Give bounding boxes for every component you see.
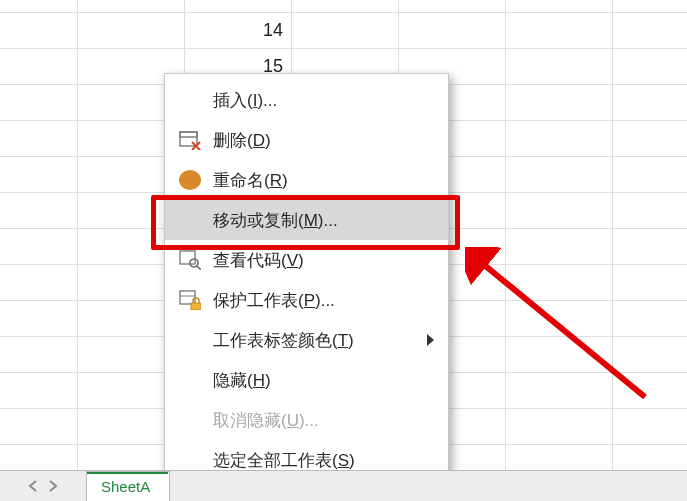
menu-label: 保护工作表(P)... (213, 289, 335, 312)
protect-sheet-icon (179, 290, 201, 310)
svg-rect-9 (191, 303, 201, 310)
menu-label: 重命名(R) (213, 169, 288, 192)
svg-line-6 (197, 266, 201, 270)
menu-label: 选定全部工作表(S) (213, 449, 355, 472)
menu-label: 取消隐藏(U)... (213, 409, 319, 432)
menu-item-insert[interactable]: 插入(I)... (165, 80, 448, 120)
tab-nav-icon (28, 479, 58, 493)
menu-item-delete[interactable]: 删除(D) (165, 120, 448, 160)
menu-label: 插入(I)... (213, 89, 277, 112)
rename-icon (179, 170, 201, 190)
svg-point-5 (190, 259, 198, 267)
menu-item-move-or-copy[interactable]: 移动或复制(M)... (165, 200, 448, 240)
menu-item-hide[interactable]: 隐藏(H) (165, 360, 448, 400)
sheet-tab-bar: SheetA (0, 470, 687, 501)
sheet-tab-context-menu: 插入(I)... 删除(D) 重命名(R) 移动或复制(M)... 查看代码(V… (164, 73, 449, 487)
delete-sheet-icon (179, 130, 201, 150)
svg-rect-4 (180, 251, 195, 264)
submenu-arrow-icon (427, 334, 434, 346)
sheet-tab-label: SheetA (101, 478, 150, 495)
menu-label: 查看代码(V) (213, 249, 304, 272)
menu-label: 隐藏(H) (213, 369, 271, 392)
menu-item-unhide: 取消隐藏(U)... (165, 400, 448, 440)
menu-label: 工作表标签颜色(T) (213, 329, 354, 352)
menu-label: 移动或复制(M)... (213, 209, 338, 232)
cell[interactable]: 14 (185, 13, 292, 49)
menu-item-tab-color[interactable]: 工作表标签颜色(T) (165, 320, 448, 360)
cell[interactable]: 13 (185, 0, 292, 13)
menu-item-view-code[interactable]: 查看代码(V) (165, 240, 448, 280)
svg-rect-1 (180, 132, 197, 137)
tab-scroll-buttons[interactable] (0, 471, 86, 501)
menu-item-rename[interactable]: 重命名(R) (165, 160, 448, 200)
sheet-tab-active[interactable]: SheetA (86, 471, 170, 501)
menu-item-protect-sheet[interactable]: 保护工作表(P)... (165, 280, 448, 320)
view-code-icon (179, 250, 201, 270)
menu-label: 删除(D) (213, 129, 271, 152)
